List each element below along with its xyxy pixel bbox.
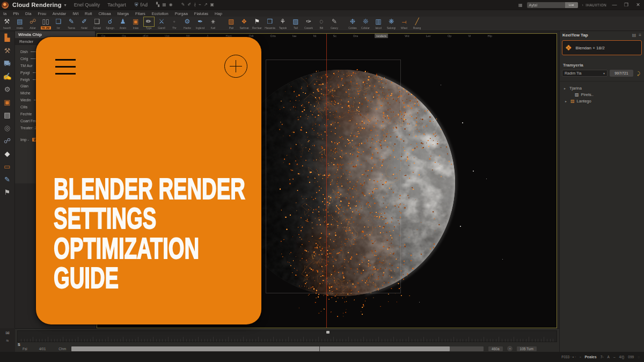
menu-item[interactable]: Fitars [132,11,149,16]
side-tool-icon[interactable]: ◎ [2,123,13,134]
side-tool-icon[interactable]: ☍ [2,136,13,146]
side-tool-icon[interactable]: ⚒ [2,46,13,56]
toolbar-button-imalo[interactable]: ▤imalo [13,18,26,29]
minimize-button[interactable]: — [611,2,618,8]
toolbar-button-cdlular[interactable]: ❊Cdlular [359,18,372,29]
selected-asset-row[interactable]: ❖ Blendan + 18/2 [562,40,642,55]
menu-item[interactable]: Marga [114,11,132,16]
toolbar-button-hanlw[interactable]: ⚙Hanlw [181,18,194,29]
tree-expand-icon[interactable]: ▸ [564,86,567,90]
side-tool-icon[interactable]: ▣ [2,97,13,108]
timeline-scrollbar[interactable] [71,346,484,351]
toolbar-button-iaicol[interactable]: ▥Iaicol [372,18,385,29]
titlebar-icon-group-1[interactable]: ▚▦◉ [156,2,173,8]
toolbar-button-gmael[interactable]: ❑Gmael [91,18,104,29]
menu-item[interactable]: Hap [211,11,225,16]
viewport-menu-item[interactable]: Hlp [488,34,492,38]
toolbar-button-inr[interactable]: ❏Inr [52,18,65,29]
side-tool-icon[interactable]: ⚙ [2,84,13,95]
viewport-menu-item[interactable]: Wd [405,34,409,38]
panel-menu-icon[interactable]: ▤ [632,33,636,38]
side-tool-icon[interactable]: ▤ [2,110,13,121]
menu-item[interactable]: Frou [34,11,49,16]
toolbar-button-tyga[interactable]: ✏Tyga [142,18,155,29]
tree-expand-icon[interactable]: ▸ [565,99,568,103]
toolbar-button-sarlmat[interactable]: ❖Sarlmat [238,18,251,29]
menu-item[interactable]: Anvidar [49,11,69,16]
menu-item[interactable]: Porgaa [172,11,191,16]
toolbar-button-tapiok[interactable]: ⚘Tapiok [276,18,289,29]
side-tool-icon[interactable]: ▙ [2,33,13,43]
side-tool-icon[interactable]: ◆ [2,149,13,159]
tree-item-pirets-[interactable]: ▨Pirets.. [569,91,644,98]
toolbar-button-wlaci[interactable]: 𝈅Wlaci [398,18,411,29]
toolbar-button-pait[interactable]: ▧Pait [225,18,238,29]
toolbar-button-aldar[interactable]: ☍Aldar [26,18,39,29]
titlebar-icon[interactable]: ▚ [156,2,159,8]
timeline-ruler[interactable] [17,330,557,342]
tree-item-tjarina[interactable]: ▸Tjarina [564,85,644,91]
viewport-menu-item[interactable]: Iae [292,34,297,38]
menu-item[interactable]: Dla [22,11,34,16]
toolbar-button-heanft[interactable]: ⚒heanft [1,18,13,29]
titlebar-icon[interactable]: ✐ [187,2,191,8]
viewport-menu-item[interactable]: Sc [333,34,336,38]
panel-options-icon[interactable]: ≡ [639,33,641,38]
corner-icon[interactable]: ✉ [0,330,15,336]
titlebar-icon[interactable]: ↗ [204,2,208,8]
menu-item[interactable]: Plh [10,11,22,16]
menu-item[interactable]: Fialutas [191,11,211,16]
side-tool-icon[interactable]: ▭ [2,161,13,172]
toolbar-button-casark[interactable]: ✑Casark [302,18,315,29]
viewport-menu-item[interactable]: Nt [313,34,317,38]
search-input[interactable]: Aytal Liat [527,2,578,8]
viewport-menu-item[interactable]: Crts [270,34,276,38]
toolbar-button-tanna[interactable]: ✎Tanna [65,18,78,29]
search-go-button[interactable]: Liat [565,2,578,8]
viewport-menu-item[interactable]: Op [448,34,451,38]
toolbar-button-gascy[interactable]: ✎Gascy [328,18,341,29]
toolbar-button-rerrlaar[interactable]: ⚑Rerrlaar [251,18,264,29]
toolbar-button-roang[interactable]: ╱Roang [411,18,423,29]
titlebar-icon[interactable]: ▦ [162,2,166,8]
toolbar-button-tk-2m[interactable]: ▯▯TK 2M [39,18,52,29]
field-action-icon[interactable]: ⤸ [635,70,642,77]
titlebar-icon[interactable]: ✎ [181,2,185,8]
toolbar-button-coldas[interactable]: ❉Coldas [346,18,359,29]
side-tool-icon[interactable]: ✍ [2,71,13,82]
viewport-menu-item[interactable]: renders [375,34,388,38]
titlebar-icon[interactable]: ∤ [194,2,196,8]
side-tool-icon[interactable]: ⛟ [2,58,13,69]
viewport-menu-item[interactable]: Lev [426,34,431,38]
menu-item[interactable]: Ecctotlon [149,11,172,16]
toolbar-button-hasamia[interactable]: ❒Hasamia [264,18,276,29]
mode-dropdown[interactable]: Radim Tia ▾ [562,70,608,77]
toolbar-button-nelal[interactable]: ✐Nelal [78,18,91,29]
corner-icon[interactable]: ≈ [0,338,15,343]
timeline-scrollbar-thumb[interactable] [71,346,450,351]
menu-item[interactable]: IWl [69,11,82,16]
toolbar-button-tail[interactable]: ▨Tail [289,18,302,29]
menu-item[interactable]: Citloaa [95,11,114,16]
playhead-marker[interactable] [326,331,330,334]
toolbar-button-arwin[interactable]: ♟Arwin [116,18,129,29]
close-button[interactable]: ✕ [634,2,642,8]
toolbar-button-karl[interactable]: ⚹Karl [207,18,219,29]
viewport-menu-item[interactable]: Dra [353,34,358,38]
menu-item[interactable]: Ia [0,11,10,16]
toolbar-button-inglend[interactable]: ✒Inglend [194,18,207,29]
side-tool-icon[interactable]: ⚑ [2,187,13,198]
toolbar-button-thr[interactable]: ◦Thr [168,18,181,29]
plus-button[interactable] [224,55,247,78]
titlebar-icon[interactable]: ◉ [169,2,173,8]
titlebar-icon[interactable]: ⌁ [199,2,201,8]
toolbar-button-sgiogn[interactable]: ☌Sgiogn [104,18,116,29]
titlebar-icon[interactable]: ▣ [210,2,215,8]
timeline-button-1[interactable]: 460a [488,346,503,352]
tree-item-lantego[interactable]: ▸▨Lantego [565,98,644,104]
toolbar-button-ganril[interactable]: ⚔Ganril [155,18,168,29]
chevron-down-icon[interactable]: ▾ [64,3,67,8]
viewport-menu-item[interactable]: Vi [468,34,471,38]
grid-icon[interactable]: ▦ [518,3,523,8]
toolbar-button-inias[interactable]: ▣Inias [129,18,142,29]
